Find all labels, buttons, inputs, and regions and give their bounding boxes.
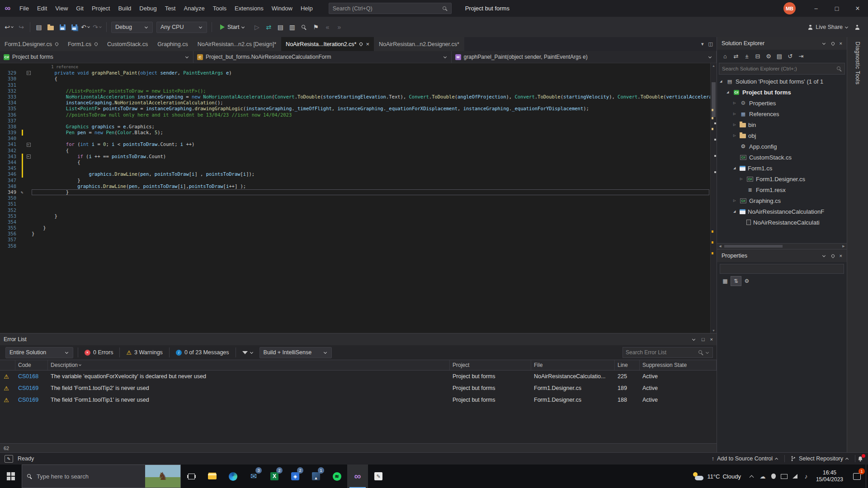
excel-icon[interactable]: 2 [264, 465, 285, 488]
filter-button[interactable] [239, 347, 258, 358]
close-panel-icon[interactable]: × [840, 253, 842, 258]
tree-item-references[interactable]: References [717, 108, 847, 119]
se-sync-icon[interactable]: ⇥ [796, 53, 807, 60]
tab-form1-designer-cs[interactable]: Form1.Designer.cs [0, 37, 63, 51]
editor-vertical-scrollbar[interactable]: ▲ ▼ [710, 63, 717, 333]
tree-item-bin[interactable]: bin [717, 119, 847, 130]
chevron-down-icon[interactable] [822, 41, 826, 44]
solution-explorer-search-input[interactable]: Search Solution Explorer (Ctrl+;) [719, 63, 845, 75]
documents-icon[interactable]: ▥ [286, 21, 298, 33]
se-pending-changes-icon[interactable]: ± [741, 53, 752, 60]
code-line[interactable]: 351 [0, 201, 710, 207]
live-share-button[interactable]: Live Share [804, 24, 853, 30]
task-view-icon[interactable] [181, 465, 202, 488]
props-alphabetical-icon[interactable]: ⇅ [731, 276, 741, 286]
undo-icon[interactable]: ↶ [80, 21, 92, 33]
fold-margin[interactable] [25, 70, 32, 76]
new-project-icon[interactable]: ▤ [33, 21, 45, 33]
se-home-icon[interactable]: ⌂ [720, 53, 731, 60]
action-center-icon[interactable]: 1 [848, 465, 866, 488]
solution-configurations-dropdown[interactable]: Debug [111, 22, 153, 33]
tab-customstack-cs[interactable]: CustomStack.cs [103, 37, 153, 51]
code-line[interactable]: 342{ [0, 148, 710, 154]
tree-item-solution-project-but-forms-1-of-1[interactable]: Solution 'Project but forms' (1 of 1 [717, 76, 847, 87]
tree-item-noairresistancecalculationf[interactable]: NoAirResistanceCalculationF [717, 206, 847, 217]
notifications-bell-icon[interactable] [857, 455, 863, 462]
maximize-button[interactable] [826, 0, 847, 17]
diagnostic-tools-tab[interactable]: Diagnostic Tools [854, 42, 861, 84]
column-header-file[interactable]: File [531, 360, 615, 370]
properties-grid[interactable] [717, 287, 847, 452]
show-desktop-button[interactable] [866, 465, 868, 488]
code-line[interactable]: 330{ [0, 76, 710, 82]
spotify-icon[interactable] [326, 465, 347, 488]
photos-app-icon[interactable]: 1 [306, 465, 326, 488]
pin-icon[interactable] [94, 42, 99, 47]
column-header-suppression-state[interactable]: Suppression State [640, 360, 717, 370]
menu-window[interactable]: Window [268, 0, 297, 17]
prev-bookmark-icon[interactable]: « [321, 21, 333, 33]
search-highlight-horse-image[interactable] [145, 465, 180, 488]
menu-analyze[interactable]: Analyze [179, 0, 208, 17]
fold-collapse-icon[interactable] [27, 155, 31, 159]
minimize-button[interactable] [806, 0, 826, 17]
code-line[interactable]: 352 [0, 207, 710, 213]
menu-view[interactable]: View [51, 0, 72, 17]
mail-icon[interactable]: 3 [243, 465, 264, 488]
profiler-run-icon[interactable]: ▷ [251, 21, 263, 33]
menu-tools[interactable]: Tools [209, 0, 231, 17]
scroll-down-icon[interactable]: ▼ [711, 329, 717, 332]
tray-chevron-icon[interactable] [746, 465, 757, 488]
select-repository-button[interactable]: Select Repository [787, 455, 853, 462]
error-row[interactable]: ⚠CS0168The variable 'equationForXvelocit… [0, 371, 717, 382]
column-header-description[interactable]: Description [48, 360, 450, 370]
display-icon[interactable] [779, 465, 790, 488]
code-line[interactable]: 347} [0, 178, 710, 183]
code-line[interactable]: 335List<PointF> pointsToDraw = instanceG… [0, 106, 710, 112]
next-bookmark-icon[interactable]: » [333, 21, 345, 33]
save-all-icon[interactable] [68, 21, 80, 33]
tree-item-project-but-forms[interactable]: Project but forms [717, 87, 847, 98]
network-icon[interactable] [790, 465, 801, 488]
member-dropdown[interactable]: M graphPanel_Paint(object sender, PaintE… [452, 51, 717, 63]
solution-explorer-sync-icon[interactable]: ▤ [274, 21, 286, 33]
navigate-back-icon[interactable]: ↩ [4, 21, 15, 33]
error-list-search-input[interactable]: Search Error List [623, 347, 713, 358]
scroll-left-icon[interactable]: ◀ [717, 244, 723, 249]
messages-filter-button[interactable]: i 0 of 23 Messages [172, 347, 233, 358]
feedback-icon[interactable] [853, 21, 864, 33]
warnings-filter-button[interactable]: ⚠ 3 Warnings [123, 347, 166, 358]
properties-object-dropdown[interactable] [720, 264, 844, 274]
tab-noairresistan-n2-cs-design[interactable]: NoAirResistan...n2.cs [Design]* [193, 37, 281, 51]
code-line[interactable]: 333NoHorizontalAcceleration instanceGrap… [0, 94, 710, 100]
add-to-source-control-button[interactable]: ↑ Add to Source Control [708, 455, 783, 462]
chevron-down-icon[interactable] [822, 253, 826, 257]
tree-item-customstack-cs[interactable]: CustomStack.cs [717, 152, 847, 163]
user-avatar[interactable]: MB [783, 2, 796, 14]
se-show-all-files-icon[interactable]: ▤ [774, 53, 785, 60]
column-header-project[interactable]: Project [450, 360, 531, 370]
props-categorized-icon[interactable]: ▦ [720, 276, 731, 286]
expander-collapsed-icon[interactable] [733, 112, 739, 116]
volume-icon[interactable] [801, 465, 811, 488]
paint-icon[interactable] [368, 465, 389, 488]
expander-expanded-icon[interactable] [726, 90, 732, 94]
weather-widget[interactable]: 11°C Cloudy [687, 465, 746, 488]
se-collapse-all-icon[interactable]: ⊟ [752, 53, 763, 60]
tab-noairresista-iteration2-cs[interactable]: NoAirResista...Iteration2.cs*× [281, 37, 374, 51]
code-line[interactable]: 358 [0, 243, 710, 249]
fold-margin[interactable] [25, 141, 32, 147]
menu-edit[interactable]: Edit [33, 0, 51, 17]
taskbar-search-input[interactable]: Type here to search [22, 465, 181, 488]
code-line[interactable]: 338Graphics graphics = e.Graphics; [0, 124, 710, 130]
scroll-up-icon[interactable]: ▲ [711, 64, 717, 67]
start-button[interactable] [0, 465, 22, 488]
fold-margin[interactable] [25, 154, 32, 160]
quick-search-input[interactable]: Search (Ctrl+Q) [329, 3, 452, 14]
code-line[interactable]: 1 reference [0, 64, 710, 70]
code-line[interactable]: 331 [0, 82, 710, 88]
maximize-panel-icon[interactable]: □ [702, 337, 705, 342]
code-editor[interactable]: 1 reference329private void graphPanel_Pa… [0, 63, 717, 333]
type-dropdown[interactable]: C Project_but_forms.NoAirResistanceCalcu… [193, 51, 452, 63]
code-line[interactable]: 336//pointsToDraw null only here and it … [0, 112, 710, 118]
